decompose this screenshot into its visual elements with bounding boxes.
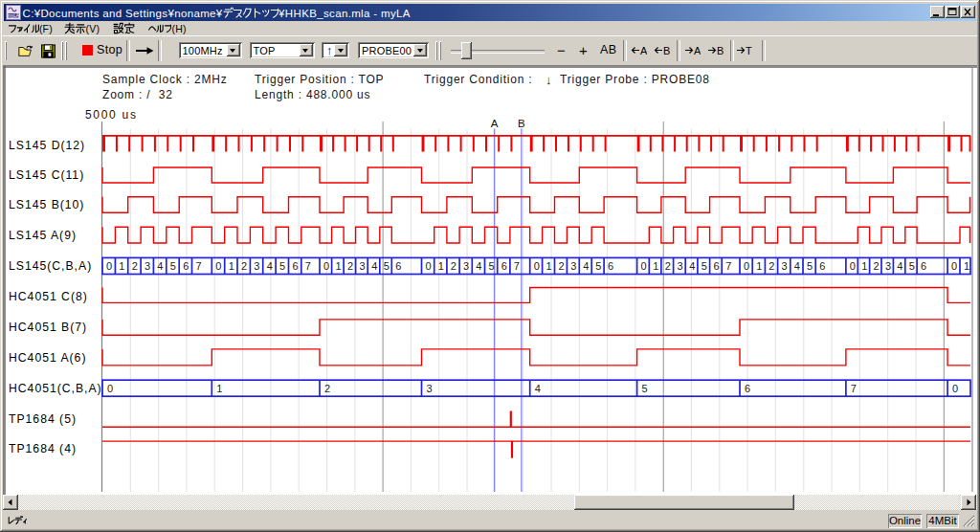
svg-text:0: 0 bbox=[744, 260, 749, 272]
svg-text:1: 1 bbox=[756, 260, 762, 272]
svg-text:7: 7 bbox=[305, 260, 311, 272]
svg-text:Trigger Probe : PROBE08: Trigger Probe : PROBE08 bbox=[560, 73, 710, 86]
svg-text:Zoom : / 32: Zoom : / 32 bbox=[102, 88, 173, 101]
svg-text:0: 0 bbox=[215, 260, 221, 272]
svg-text:A: A bbox=[694, 45, 701, 56]
svg-text:3: 3 bbox=[885, 260, 891, 272]
svg-text:0: 0 bbox=[641, 260, 647, 272]
svg-text:4: 4 bbox=[689, 260, 695, 272]
svg-text:4: 4 bbox=[897, 260, 902, 272]
svg-text:4: 4 bbox=[371, 260, 377, 272]
svg-text:5: 5 bbox=[279, 260, 285, 272]
svg-text:6: 6 bbox=[501, 260, 507, 272]
svg-text:6: 6 bbox=[608, 260, 613, 272]
svg-text:0: 0 bbox=[951, 260, 957, 272]
svg-text:Length : 488.000 us: Length : 488.000 us bbox=[255, 88, 370, 101]
svg-text:6: 6 bbox=[395, 260, 401, 272]
svg-text:1: 1 bbox=[964, 260, 969, 272]
svg-text:LS145 A(9): LS145 A(9) bbox=[9, 229, 77, 242]
svg-text:3: 3 bbox=[426, 383, 432, 394]
svg-text:0: 0 bbox=[107, 383, 113, 394]
svg-text:2: 2 bbox=[558, 260, 564, 272]
svg-text:6: 6 bbox=[745, 383, 750, 394]
svg-text:1: 1 bbox=[336, 260, 342, 272]
svg-text:7: 7 bbox=[514, 260, 520, 272]
svg-text:LS145(C,B,A): LS145(C,B,A) bbox=[9, 259, 92, 273]
svg-text:Trigger Position : TOP: Trigger Position : TOP bbox=[255, 73, 384, 86]
svg-text:1: 1 bbox=[438, 260, 444, 272]
svg-text:2: 2 bbox=[874, 260, 880, 272]
svg-text:3: 3 bbox=[782, 260, 788, 272]
svg-text:HC4051 A(6): HC4051 A(6) bbox=[9, 351, 86, 365]
svg-text:2: 2 bbox=[347, 260, 353, 272]
svg-text:LS145 D(12): LS145 D(12) bbox=[9, 139, 85, 152]
svg-text:3: 3 bbox=[360, 260, 366, 272]
svg-text:A: A bbox=[491, 118, 499, 129]
svg-text:3: 3 bbox=[145, 260, 150, 272]
svg-text:6: 6 bbox=[292, 260, 298, 272]
svg-text:3: 3 bbox=[463, 260, 469, 272]
svg-text:LS145 B(10): LS145 B(10) bbox=[9, 198, 84, 211]
svg-text:TP1684 (5): TP1684 (5) bbox=[9, 412, 77, 426]
svg-text:5000 us: 5000 us bbox=[85, 108, 138, 122]
svg-text:HC4051(C,B,A): HC4051(C,B,A) bbox=[9, 382, 102, 395]
svg-text:3: 3 bbox=[570, 260, 576, 272]
svg-text:5: 5 bbox=[807, 260, 813, 272]
svg-text:5: 5 bbox=[384, 260, 390, 272]
svg-text:0: 0 bbox=[425, 260, 431, 272]
svg-text:B: B bbox=[663, 45, 670, 56]
svg-text:1: 1 bbox=[546, 260, 552, 272]
svg-text:Sample Clock : 2MHz: Sample Clock : 2MHz bbox=[102, 73, 228, 86]
svg-text:Trigger Condition :: Trigger Condition : bbox=[424, 73, 532, 86]
svg-text:0: 0 bbox=[323, 260, 329, 272]
svg-text:5: 5 bbox=[595, 260, 601, 272]
svg-text:1: 1 bbox=[216, 383, 222, 394]
svg-text:myLA: myLA bbox=[8, 13, 19, 18]
svg-text:1: 1 bbox=[119, 260, 124, 272]
svg-text:1: 1 bbox=[229, 260, 234, 272]
svg-text:3: 3 bbox=[254, 260, 259, 272]
svg-text:A: A bbox=[640, 45, 647, 56]
svg-text:HC4051 B(7): HC4051 B(7) bbox=[9, 321, 87, 334]
svg-text:7: 7 bbox=[851, 383, 857, 394]
svg-text:0: 0 bbox=[106, 260, 112, 272]
svg-text:4: 4 bbox=[535, 383, 541, 394]
svg-text:2: 2 bbox=[665, 260, 671, 272]
svg-text:7: 7 bbox=[195, 260, 201, 272]
svg-text:2: 2 bbox=[241, 260, 247, 272]
svg-text:1: 1 bbox=[653, 260, 658, 272]
svg-text:0: 0 bbox=[534, 260, 540, 272]
svg-text:4: 4 bbox=[157, 260, 163, 272]
svg-text:6: 6 bbox=[921, 260, 926, 272]
svg-text:2: 2 bbox=[451, 260, 457, 272]
svg-text:T: T bbox=[746, 45, 752, 56]
svg-text:6: 6 bbox=[819, 260, 825, 272]
svg-text:B: B bbox=[518, 118, 525, 129]
svg-text:4: 4 bbox=[476, 260, 481, 272]
svg-text:5: 5 bbox=[488, 260, 494, 272]
svg-text:1: 1 bbox=[861, 260, 867, 272]
svg-text:B: B bbox=[717, 45, 724, 56]
svg-text:0: 0 bbox=[850, 260, 856, 272]
svg-text:4: 4 bbox=[794, 260, 800, 272]
svg-text:4: 4 bbox=[583, 260, 589, 272]
svg-text:0: 0 bbox=[952, 383, 958, 394]
svg-text:3: 3 bbox=[678, 260, 683, 272]
svg-text:LS145 C(11): LS145 C(11) bbox=[9, 168, 84, 182]
svg-text:4: 4 bbox=[267, 260, 273, 272]
svg-text:7: 7 bbox=[725, 260, 731, 272]
svg-text:TP1684 (4): TP1684 (4) bbox=[9, 442, 77, 455]
svg-text:5: 5 bbox=[909, 260, 915, 272]
svg-text:2: 2 bbox=[768, 260, 774, 272]
svg-text:↓: ↓ bbox=[546, 73, 552, 87]
svg-text:2: 2 bbox=[132, 260, 138, 272]
svg-text:HC4051 C(8): HC4051 C(8) bbox=[9, 290, 88, 303]
svg-text:5: 5 bbox=[702, 260, 707, 272]
svg-text:6: 6 bbox=[714, 260, 720, 272]
svg-text:5: 5 bbox=[642, 383, 648, 394]
svg-text:2: 2 bbox=[324, 383, 330, 394]
svg-text:5: 5 bbox=[170, 260, 176, 272]
svg-text:6: 6 bbox=[183, 260, 189, 272]
